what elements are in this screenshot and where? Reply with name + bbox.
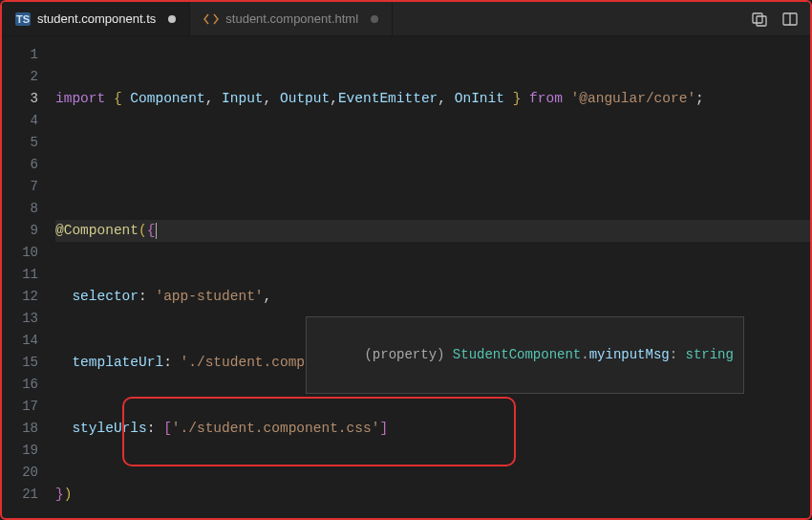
line-number: 15 — [2, 352, 55, 374]
tab-label: student.component.ts — [37, 11, 156, 26]
line-number: 12 — [2, 286, 55, 308]
svg-rect-0 — [753, 13, 762, 23]
tab-student-html[interactable]: student.component.html — [190, 2, 393, 35]
line-number: 10 — [2, 242, 55, 264]
tab-student-ts[interactable]: TS student.component.ts — [2, 2, 190, 35]
line-number-gutter: 1 2 3 4 5 6 7 8 9 10 11 12 13 14 15 16 1… — [2, 36, 55, 518]
tab-bar: TS student.component.ts student.componen… — [2, 2, 810, 36]
editor[interactable]: 1 2 3 4 5 6 7 8 9 10 11 12 13 14 15 16 1… — [2, 36, 810, 518]
tabbar-actions — [751, 11, 810, 28]
html-icon — [203, 11, 219, 27]
line-number: 19 — [2, 440, 55, 462]
typescript-icon: TS — [15, 11, 31, 27]
line-number: 13 — [2, 308, 55, 330]
compare-changes-icon[interactable] — [751, 11, 768, 28]
line-number: 20 — [2, 462, 55, 484]
line-number: 6 — [2, 154, 55, 176]
code-line: styleUrls: ['./student.component.css'] — [55, 418, 810, 440]
line-number: 4 — [2, 110, 55, 132]
unsaved-dot-icon — [168, 15, 176, 23]
code-line: @Component({ — [55, 220, 810, 242]
code-area[interactable]: import { Component, Input, Output,EventE… — [55, 36, 810, 518]
line-number: 17 — [2, 396, 55, 418]
line-number: 7 — [2, 176, 55, 198]
line-number: 1 — [2, 44, 55, 66]
code-line: selector: 'app-student', — [55, 286, 810, 308]
line-number: 21 — [2, 484, 55, 506]
line-number: 3 — [2, 88, 55, 110]
hover-tooltip: (property) StudentComponent.myinputMsg: … — [306, 316, 744, 394]
line-number: 11 — [2, 264, 55, 286]
tab-label: student.component.html — [225, 11, 358, 26]
svg-rect-1 — [757, 16, 766, 26]
line-number: 8 — [2, 198, 55, 220]
line-number: 14 — [2, 330, 55, 352]
split-editor-icon[interactable] — [781, 11, 799, 28]
code-line: import { Component, Input, Output,EventE… — [55, 88, 810, 110]
line-number: 9 — [2, 220, 55, 242]
line-number: 16 — [2, 374, 55, 396]
line-number: 2 — [2, 66, 55, 88]
code-line: }) — [55, 484, 810, 506]
line-number: 5 — [2, 132, 55, 154]
unsaved-dot-icon — [371, 15, 378, 23]
line-number: 18 — [2, 418, 55, 440]
code-line — [55, 154, 810, 176]
